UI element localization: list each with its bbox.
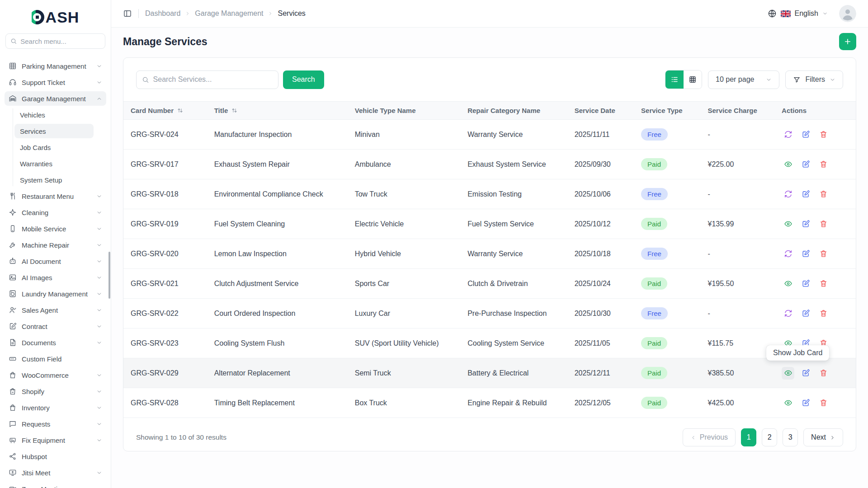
refresh-button[interactable] bbox=[782, 307, 794, 320]
delete-button[interactable] bbox=[817, 367, 830, 380]
sidebar-subitem-system-setup[interactable]: System Setup bbox=[14, 173, 94, 187]
breadcrumb-dashboard[interactable]: Dashboard bbox=[145, 9, 180, 18]
sidebar-search-input[interactable] bbox=[20, 38, 100, 45]
add-service-button[interactable] bbox=[839, 33, 856, 50]
sidebar-subitem-vehicles[interactable]: Vehicles bbox=[14, 108, 94, 122]
delete-button[interactable] bbox=[817, 307, 830, 320]
delete-button[interactable] bbox=[817, 158, 830, 171]
breadcrumb-garage-management[interactable]: Garage Management bbox=[195, 9, 263, 18]
edit-button[interactable] bbox=[799, 397, 812, 409]
edit-button[interactable] bbox=[799, 218, 812, 230]
sidebar-item-ai-images[interactable]: AI Images bbox=[5, 270, 106, 285]
image-icon bbox=[9, 273, 17, 282]
service-type-badge: Paid bbox=[641, 218, 667, 230]
delete-button[interactable] bbox=[817, 188, 830, 201]
show-job-card-button[interactable] bbox=[782, 218, 794, 230]
sidebar-item-contract[interactable]: Contract bbox=[5, 319, 106, 333]
delete-button[interactable] bbox=[817, 397, 830, 409]
sort-icon[interactable] bbox=[231, 107, 238, 114]
sidebar-item-parking-management[interactable]: Parking Management bbox=[5, 59, 106, 73]
grid-view-button[interactable] bbox=[684, 70, 702, 89]
sidebar-item-restaurant-menu[interactable]: Restaurant Menu bbox=[5, 189, 106, 203]
sort-icon[interactable] bbox=[177, 107, 184, 114]
cell-vehicle: Electric Vehicle bbox=[348, 209, 460, 239]
sidebar-subitem-label: System Setup bbox=[20, 176, 62, 184]
sidebar-toggle-icon[interactable] bbox=[123, 9, 132, 18]
sidebar-item-garage-management[interactable]: Garage Management bbox=[5, 91, 106, 106]
col-service-type: Service Type bbox=[634, 102, 700, 120]
wrench-icon bbox=[9, 241, 17, 249]
show-job-card-button[interactable] bbox=[782, 158, 794, 171]
cell-date: 2025/12/11 bbox=[567, 358, 634, 388]
delete-icon bbox=[819, 160, 828, 169]
next-page-button[interactable]: Next bbox=[803, 428, 843, 446]
edit-button[interactable] bbox=[799, 307, 812, 320]
sidebar-item-laundry-management[interactable]: Laundry Management bbox=[5, 286, 106, 301]
chevron-down-icon bbox=[96, 193, 102, 199]
page-1-button[interactable]: 1 bbox=[741, 428, 756, 446]
sidebar-item-mobile-service[interactable]: Mobile Service bbox=[5, 221, 106, 236]
logo-d-icon bbox=[32, 9, 45, 25]
cell-card-number: GRG-SRV-028 bbox=[123, 388, 207, 418]
sidebar-item-fix-equipment[interactable]: Fix Equipment bbox=[5, 433, 106, 447]
edit-button[interactable] bbox=[799, 128, 812, 141]
edit-button[interactable] bbox=[799, 367, 812, 380]
sidebar-item-machine-repair[interactable]: Machine Repair bbox=[5, 238, 106, 252]
edit-button[interactable] bbox=[799, 158, 812, 171]
edit-button[interactable] bbox=[799, 277, 812, 290]
sidebar-item-sales-agent[interactable]: Sales Agent bbox=[5, 303, 106, 317]
delete-button[interactable] bbox=[817, 277, 830, 290]
sidebar-scrollbar[interactable] bbox=[108, 252, 110, 299]
services-search-input[interactable] bbox=[153, 75, 273, 84]
globe-icon[interactable] bbox=[768, 9, 777, 18]
edit-button[interactable] bbox=[799, 248, 812, 260]
delete-button[interactable] bbox=[817, 218, 830, 230]
refresh-button[interactable] bbox=[782, 128, 794, 141]
sidebar-item-cleaning[interactable]: Cleaning bbox=[5, 205, 106, 220]
chevron-down-icon bbox=[96, 307, 102, 313]
edit-button[interactable] bbox=[799, 188, 812, 201]
sidebar-item-custom-field[interactable]: Custom Field bbox=[5, 352, 106, 366]
sidebar-item-support-ticket[interactable]: Support Ticket bbox=[5, 75, 106, 89]
sidebar-item-shopify[interactable]: Shopify bbox=[5, 384, 106, 399]
show-job-card-button[interactable] bbox=[782, 277, 794, 290]
sidebar-item-jitsi-meet[interactable]: Jitsi Meet bbox=[5, 465, 106, 480]
delete-button[interactable] bbox=[817, 248, 830, 260]
table-row: GRG-SRV-022 Court Ordered Inspection Lux… bbox=[123, 299, 856, 328]
previous-page-button[interactable]: Previous bbox=[683, 428, 736, 446]
cell-category: Exhaust System Service bbox=[460, 150, 567, 179]
page-2-button[interactable]: 2 bbox=[762, 428, 777, 446]
service-type-badge: Paid bbox=[641, 277, 667, 290]
filters-button[interactable]: Filters bbox=[785, 70, 843, 89]
list-view-button[interactable] bbox=[665, 70, 684, 89]
sidebar-subitem-job-cards[interactable]: Job Cards bbox=[14, 140, 94, 155]
sidebar-item-label: Requests bbox=[22, 420, 50, 428]
sidebar-item-requests[interactable]: Requests bbox=[5, 417, 106, 431]
edit-icon bbox=[802, 220, 810, 228]
sidebar-item-woocommerce[interactable]: WooCommerce bbox=[5, 368, 106, 382]
delete-button[interactable] bbox=[817, 128, 830, 141]
pagination: Previous 1 2 3 Next bbox=[683, 428, 843, 446]
chevron-down-icon bbox=[96, 372, 102, 378]
page-3-button[interactable]: 3 bbox=[783, 428, 798, 446]
user-avatar[interactable] bbox=[839, 5, 856, 22]
refresh-button[interactable] bbox=[782, 248, 794, 260]
sidebar-item-inventory[interactable]: Inventory bbox=[5, 400, 106, 415]
search-button[interactable]: Search bbox=[283, 70, 324, 89]
logo-text: ASH bbox=[46, 9, 80, 26]
table-row: GRG-SRV-019 Fuel System Cleaning Electri… bbox=[123, 209, 856, 239]
language-selector[interactable]: English bbox=[795, 9, 818, 18]
sidebar-item-hubspot[interactable]: Hubspot bbox=[5, 449, 106, 464]
sidebar-item-ai-document[interactable]: AI Document bbox=[5, 254, 106, 268]
sidebar-item-zoom-meetings[interactable]: Zoom Meetings bbox=[5, 482, 106, 488]
cell-vehicle: Hybrid Vehicle bbox=[348, 239, 460, 269]
refresh-button[interactable] bbox=[782, 188, 794, 201]
view-toggle bbox=[665, 70, 702, 89]
per-page-select[interactable]: 10 per page bbox=[708, 70, 779, 89]
sidebar-item-documents[interactable]: Documents bbox=[5, 335, 106, 350]
sidebar-subitem-services[interactable]: Services bbox=[14, 124, 94, 138]
chevron-down-icon bbox=[96, 258, 102, 264]
sidebar-subitem-warranties[interactable]: Warranties bbox=[14, 156, 94, 171]
show-job-card-button[interactable] bbox=[782, 367, 794, 380]
show-job-card-button[interactable] bbox=[782, 397, 794, 409]
